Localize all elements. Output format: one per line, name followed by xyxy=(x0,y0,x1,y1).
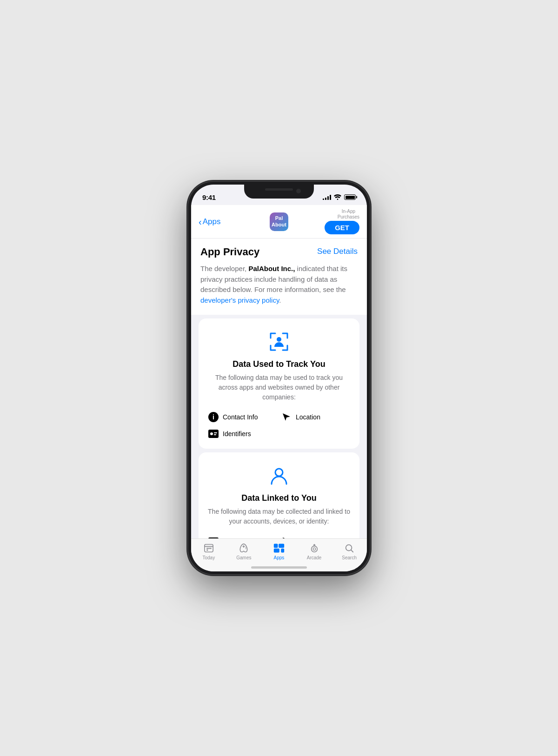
track-card-title: Data Used to Track You xyxy=(208,359,350,369)
info-circle-icon: i xyxy=(208,411,219,423)
track-you-card: Data Used to Track You The following dat… xyxy=(199,318,359,449)
arcade-tab-icon xyxy=(309,543,320,554)
app-icon: PalAbout xyxy=(270,212,288,231)
see-details-link[interactable]: See Details xyxy=(317,247,358,256)
track-identifiers-label: Identifiers xyxy=(223,430,251,438)
svg-line-39 xyxy=(351,550,353,552)
home-bar xyxy=(251,566,307,569)
status-time: 9:41 xyxy=(202,193,216,201)
battery-icon xyxy=(344,194,356,200)
svg-rect-6 xyxy=(214,432,217,433)
phone-frame: 9:41 xyxy=(188,182,370,574)
svg-rect-34 xyxy=(274,549,279,553)
notch xyxy=(244,185,314,199)
privacy-description: The developer, PalAbout Inc., indicated … xyxy=(200,264,358,305)
track-data-grid: i Contact Info Location xyxy=(208,411,350,439)
svg-rect-33 xyxy=(279,544,284,548)
apps-tab-icon xyxy=(273,543,285,554)
track-location-label: Location xyxy=(296,413,320,421)
apps-tab-label: Apps xyxy=(274,555,285,560)
get-button[interactable]: GET xyxy=(325,221,359,234)
linked-card-title: Data Linked to You xyxy=(208,493,350,503)
svg-rect-24 xyxy=(206,548,208,549)
wifi-icon xyxy=(334,194,341,200)
tab-bar: Today Games xyxy=(191,538,367,562)
track-item-location: Location xyxy=(281,411,350,423)
arcade-tab-label: Arcade xyxy=(307,555,322,560)
games-tab-icon xyxy=(238,543,249,554)
track-contact-label: Contact Info xyxy=(223,413,258,421)
tracking-icon xyxy=(267,330,291,354)
svg-rect-25 xyxy=(208,548,210,549)
track-item-identifiers: Identifiers xyxy=(208,428,277,439)
svg-rect-26 xyxy=(210,548,212,549)
svg-point-1 xyxy=(277,337,281,342)
svg-point-8 xyxy=(275,469,283,476)
games-tab-label: Games xyxy=(236,555,251,560)
privacy-title-row: App Privacy See Details xyxy=(200,246,358,258)
svg-rect-23 xyxy=(205,546,213,547)
svg-point-31 xyxy=(246,548,246,549)
search-tab-icon xyxy=(344,543,355,554)
tab-apps[interactable]: Apps xyxy=(261,543,297,560)
tab-games[interactable]: Games xyxy=(226,543,262,560)
privacy-header: App Privacy See Details The developer, P… xyxy=(191,239,367,315)
speaker xyxy=(265,188,293,191)
content-area[interactable]: App Privacy See Details The developer, P… xyxy=(191,239,367,538)
id-card-icon xyxy=(208,428,219,439)
svg-point-30 xyxy=(246,547,246,548)
camera xyxy=(296,189,301,193)
back-chevron-icon: ‹ xyxy=(199,217,202,226)
tab-search[interactable]: Search xyxy=(332,543,367,560)
nav-bar: ‹ Apps PalAbout In-AppPurchases GET xyxy=(191,205,367,239)
svg-rect-35 xyxy=(281,549,284,553)
today-tab-label: Today xyxy=(202,555,215,560)
svg-point-36 xyxy=(311,546,317,552)
tab-today[interactable]: Today xyxy=(191,543,226,560)
nav-app-icon: PalAbout xyxy=(252,212,306,231)
linked-person-icon xyxy=(267,464,291,488)
status-icons xyxy=(323,194,356,200)
in-app-label: In-AppPurchases xyxy=(338,209,359,220)
svg-rect-4 xyxy=(208,430,219,438)
track-icon-wrap xyxy=(208,330,350,354)
back-button[interactable]: ‹ Apps xyxy=(199,217,252,226)
track-card-description: The following data may be used to track … xyxy=(208,373,350,402)
linked-icon-wrap xyxy=(208,464,350,488)
today-tab-icon xyxy=(203,543,214,554)
location-arrow-icon xyxy=(281,411,292,423)
linked-card-description: The following data may be collected and … xyxy=(208,507,350,526)
screen: 9:41 xyxy=(191,185,367,571)
svg-rect-27 xyxy=(206,550,208,551)
linked-you-card: Data Linked to You The following data ma… xyxy=(199,452,359,538)
back-label: Apps xyxy=(203,217,221,226)
signal-icon xyxy=(323,194,331,200)
home-indicator xyxy=(191,562,367,571)
track-item-contact: i Contact Info xyxy=(208,411,277,423)
tab-arcade[interactable]: Arcade xyxy=(297,543,332,560)
svg-point-0 xyxy=(337,199,339,200)
search-tab-label: Search xyxy=(342,555,357,560)
svg-rect-7 xyxy=(214,434,216,435)
svg-text:i: i xyxy=(213,413,214,421)
svg-rect-32 xyxy=(274,544,278,548)
nav-right: In-AppPurchases GET xyxy=(306,209,359,234)
privacy-policy-link[interactable]: developer's privacy policy xyxy=(200,296,279,304)
svg-point-37 xyxy=(313,548,316,550)
svg-point-5 xyxy=(210,432,213,435)
privacy-title: App Privacy xyxy=(200,246,259,258)
